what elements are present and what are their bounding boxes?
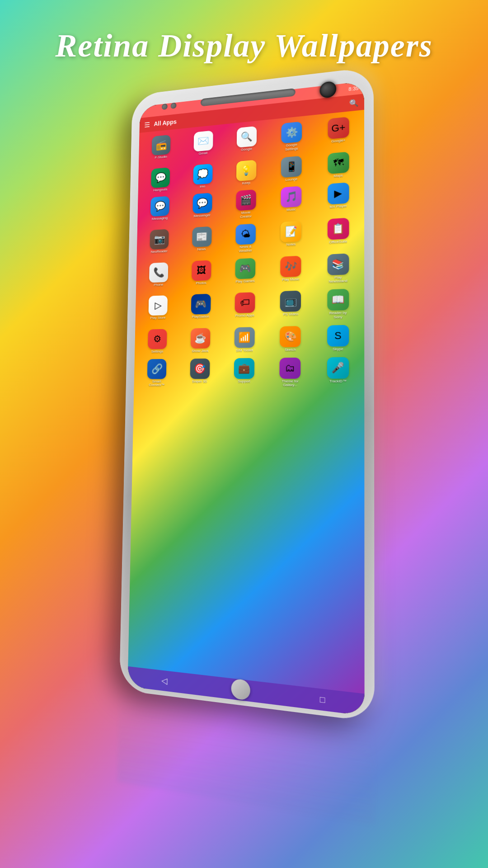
phone-dot-2 <box>171 103 177 109</box>
app-icon-imo: 💭 <box>193 164 212 185</box>
app-item-playstore[interactable]: ▷Play Store <box>138 293 179 326</box>
app-item-notes[interactable]: 📝Notes <box>269 218 314 254</box>
app-icon-playstore: ▷ <box>149 295 168 316</box>
app-item-sketch[interactable]: 🎨Sketch <box>268 324 313 354</box>
app-item-gmail[interactable]: ✉️Gmail <box>183 127 224 163</box>
app-label-photos: Photos <box>196 281 206 285</box>
app-item-simtoolkit[interactable]: 📶SIM Toolkit <box>223 325 267 355</box>
app-label-google: Google <box>241 147 252 152</box>
app-label-playgames: Play Games <box>235 279 254 283</box>
app-item-fastudio[interactable]: 📻F-Studio <box>141 132 181 166</box>
app-icon-moviecreator: 🎬 <box>236 189 256 211</box>
app-label-playmusic: Play Music <box>282 277 300 282</box>
app-icon-notes: 📝 <box>281 221 301 242</box>
app-icon-readerbysony: 📖 <box>327 289 349 311</box>
app-item-showjava[interactable]: ☕Show Java <box>179 326 222 355</box>
app-item-news[interactable]: 📰News <box>181 224 223 258</box>
app-label-promoapps: Promo Apps <box>235 314 254 318</box>
app-icon-playstation: 🎮 <box>191 294 211 315</box>
app-label-sketch: Sketch <box>285 348 296 352</box>
app-label-googleplus: Google+ <box>331 138 345 144</box>
page-title: Retina Display Wallpapers <box>0 27 488 65</box>
app-icon-photos: 🖼 <box>192 260 211 281</box>
app-label-keep: Keep <box>242 181 250 185</box>
app-item-playnewsstand[interactable]: 📚Play Newsstand <box>315 251 361 287</box>
app-icon-skype: S <box>327 325 349 346</box>
app-label-psvideo: PS Video <box>283 312 298 317</box>
app-label-messenger: Messenger <box>194 214 211 219</box>
app-icon-sketch: 🎨 <box>280 326 301 347</box>
app-item-promoapps[interactable]: 🏷Promo Apps <box>223 290 267 324</box>
recents-button[interactable]: □ <box>320 694 325 705</box>
app-item-hangouts[interactable]: 💬Hangouts <box>141 165 181 195</box>
app-label-theme: Theme for Galaxy... <box>279 379 302 387</box>
app-label-readerbysony: Reader by Sony <box>326 311 350 320</box>
app-label-skype: Skype <box>333 347 343 351</box>
phone-outer: 8:35 ☰ All Apps 🔍 📻F-Studio✉️Gmail🔍Googl… <box>119 67 375 722</box>
app-label-maps: Maps <box>334 174 343 178</box>
app-item-maps[interactable]: 🗺Maps <box>315 149 361 182</box>
app-icon-googlesettings: ⚙️ <box>282 122 302 144</box>
app-item-photos[interactable]: 🖼Photos <box>180 258 222 292</box>
app-icon-maps: 🗺 <box>328 151 349 174</box>
app-icon-fastudio: 📻 <box>152 135 171 156</box>
app-item-support[interactable]: 💼Support <box>222 356 266 389</box>
app-label-hangouts: Hangouts <box>153 188 167 193</box>
app-item-skype[interactable]: SSkype <box>315 323 361 354</box>
app-icon-sniper3d: 🎯 <box>190 359 210 379</box>
app-item-psvideo[interactable]: 📺PS Video <box>268 288 314 323</box>
app-icon-news: 📰 <box>192 226 212 247</box>
phone-container: 8:35 ☰ All Apps 🔍 📻F-Studio✉️Gmail🔍Googl… <box>119 67 375 722</box>
app-item-trackid[interactable]: 🎤TrackID™ <box>314 355 361 390</box>
app-icon-playmusic: 🎶 <box>281 255 301 277</box>
app-label-gmail: Gmail <box>199 151 207 156</box>
app-item-lounge[interactable]: 📱Lounge <box>269 153 314 185</box>
app-item-neoreader[interactable]: 📷NeoReader <box>139 226 180 260</box>
app-label-moviecreator: Movie Creator <box>235 211 257 220</box>
app-icon-gmail: ✉️ <box>193 131 213 152</box>
app-label-news: News <box>197 247 206 251</box>
phone-inner: 8:35 ☰ All Apps 🔍 📻F-Studio✉️Gmail🔍Googl… <box>127 81 364 716</box>
app-icon-simtoolkit: 📶 <box>235 327 255 348</box>
app-item-googlesettings[interactable]: ⚙️Google Settings <box>270 118 314 155</box>
app-label-showjava: Show Java <box>192 349 208 353</box>
app-item-playgames[interactable]: 🎮Play Games <box>224 255 267 290</box>
app-label-newsweather: News & Weather <box>235 245 256 254</box>
app-icon-support: 💼 <box>234 358 254 379</box>
app-item-readerbysony[interactable]: 📖Reader by Sony <box>315 287 361 322</box>
app-icon-hangouts: 💬 <box>151 167 170 188</box>
app-item-music[interactable]: 🎵Music <box>269 184 314 219</box>
app-item-playmusic[interactable]: 🎶Play Music <box>268 253 313 288</box>
app-icon-psvideo: 📺 <box>280 291 301 312</box>
app-item-settings[interactable]: ⚙Settings <box>137 327 178 356</box>
back-button[interactable]: ◁ <box>161 675 168 686</box>
app-label-simtoolkit: SIM Toolkit <box>236 349 253 353</box>
app-item-officesuite[interactable]: 📋OfficeSuite <box>315 215 361 251</box>
app-item-imo[interactable]: 💭imo <box>182 161 224 192</box>
app-label-trackid: TrackID™ <box>329 379 347 383</box>
app-item-theme[interactable]: 🗂Theme for Galaxy... <box>267 355 313 389</box>
app-icon-neoreader: 📷 <box>150 229 169 250</box>
app-item-google[interactable]: 🔍Google <box>225 123 268 159</box>
app-item-playstation[interactable]: 🎮PlayStation <box>180 292 222 325</box>
app-label-music: Music <box>286 208 296 212</box>
app-item-newsweather[interactable]: 🌤News & Weather <box>224 221 267 256</box>
app-item-messaging[interactable]: 💬Messaging <box>140 193 180 227</box>
app-label-officesuite: OfficeSuite <box>329 240 347 245</box>
app-item-phone[interactable]: 📞Phone <box>138 260 179 293</box>
app-label-lounge: Lounge <box>286 177 298 182</box>
app-item-mxplayer[interactable]: ▶MX Player <box>315 180 361 217</box>
app-item-smartconnect[interactable]: 🔗Smart Connect™ <box>136 357 178 389</box>
app-item-keep[interactable]: 💡Keep <box>225 157 268 189</box>
hamburger-icon[interactable]: ☰ <box>144 121 150 129</box>
app-label-sniper3d: Sniper 3D <box>192 380 207 384</box>
app-item-sniper3d[interactable]: 🎯Sniper 3D <box>178 356 221 389</box>
app-item-messenger[interactable]: 💬Messenger <box>182 190 224 225</box>
app-icon-mxplayer: ▶ <box>328 183 349 205</box>
app-label-messaging: Messaging <box>152 217 168 222</box>
app-icon-trackid: 🎤 <box>327 357 349 378</box>
app-item-moviecreator[interactable]: 🎬Movie Creator <box>225 187 267 222</box>
app-item-googleplus[interactable]: G+Google+ <box>316 113 361 151</box>
app-icon-showjava: ☕ <box>190 328 210 349</box>
search-icon[interactable]: 🔍 <box>349 98 359 108</box>
